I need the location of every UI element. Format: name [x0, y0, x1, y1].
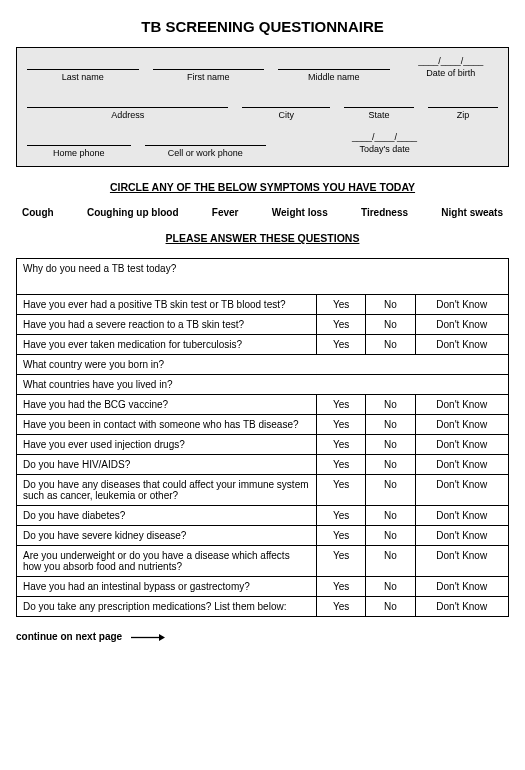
answer-no[interactable]: No	[366, 295, 415, 315]
cell-phone-field[interactable]: Cell or work phone	[145, 132, 266, 158]
answer-yes[interactable]: Yes	[317, 335, 366, 355]
answer-yes[interactable]: Yes	[317, 597, 366, 617]
symptom-cough[interactable]: Cough	[22, 207, 54, 218]
today-value: ____/____/____	[352, 132, 417, 142]
city-field[interactable]: City	[242, 94, 330, 120]
answer-dont-know[interactable]: Don't Know	[415, 526, 509, 546]
answer-yes[interactable]: Yes	[317, 506, 366, 526]
table-row: Have you had the BCG vaccine?YesNoDon't …	[17, 395, 509, 415]
answer-yes[interactable]: Yes	[317, 526, 366, 546]
table-row: Do you have severe kidney disease?YesNoD…	[17, 526, 509, 546]
symptom-weight-loss[interactable]: Weight loss	[272, 207, 328, 218]
answer-no[interactable]: No	[366, 395, 415, 415]
page-title: TB SCREENING QUESTIONNAIRE	[16, 18, 509, 35]
question-cell: Have you had a severe reaction to a TB s…	[17, 315, 317, 335]
answer-yes[interactable]: Yes	[317, 435, 366, 455]
answer-yes[interactable]: Yes	[317, 415, 366, 435]
question-cell: Are you underweight or do you have a dis…	[17, 546, 317, 577]
table-row: Why do you need a TB test today?	[17, 259, 509, 295]
question-cell: Have you ever used injection drugs?	[17, 435, 317, 455]
state-label: State	[368, 110, 389, 120]
first-name-label: First name	[187, 72, 230, 82]
answer-dont-know[interactable]: Don't Know	[415, 395, 509, 415]
symptom-coughing-blood[interactable]: Coughing up blood	[87, 207, 179, 218]
table-row: Do you have any diseases that could affe…	[17, 475, 509, 506]
answer-dont-know[interactable]: Don't Know	[415, 415, 509, 435]
continue-note: continue on next page	[16, 631, 509, 643]
answer-no[interactable]: No	[366, 315, 415, 335]
middle-name-label: Middle name	[308, 72, 360, 82]
answer-yes[interactable]: Yes	[317, 315, 366, 335]
answer-dont-know[interactable]: Don't Know	[415, 546, 509, 577]
address-label: Address	[111, 110, 144, 120]
city-label: City	[278, 110, 294, 120]
answer-no[interactable]: No	[366, 415, 415, 435]
answer-no[interactable]: No	[366, 546, 415, 577]
table-row: Have you ever had a positive TB skin tes…	[17, 295, 509, 315]
table-row: Are you underweight or do you have a dis…	[17, 546, 509, 577]
symptoms-row: Cough Coughing up blood Fever Weight los…	[16, 207, 509, 218]
home-phone-field[interactable]: Home phone	[27, 132, 131, 158]
answer-yes[interactable]: Yes	[317, 395, 366, 415]
question-cell: Have you had the BCG vaccine?	[17, 395, 317, 415]
answer-yes[interactable]: Yes	[317, 577, 366, 597]
last-name-field[interactable]: Last name	[27, 56, 139, 82]
answer-yes[interactable]: Yes	[317, 455, 366, 475]
zip-field[interactable]: Zip	[428, 94, 498, 120]
question-cell: Do you take any prescription medications…	[17, 597, 317, 617]
table-row: What country were you born in?	[17, 355, 509, 375]
answer-no[interactable]: No	[366, 455, 415, 475]
cell-phone-label: Cell or work phone	[168, 148, 243, 158]
answer-no[interactable]: No	[366, 506, 415, 526]
symptom-fever[interactable]: Fever	[212, 207, 239, 218]
table-row: Have you had a severe reaction to a TB s…	[17, 315, 509, 335]
question-cell[interactable]: What country were you born in?	[17, 355, 509, 375]
symptoms-heading: CIRCLE ANY OF THE BELOW SYMPTOMS YOU HAV…	[16, 181, 509, 193]
question-cell: Do you have severe kidney disease?	[17, 526, 317, 546]
dob-value: ____/____/____	[418, 56, 483, 66]
question-cell: Do you have HIV/AIDS?	[17, 455, 317, 475]
answer-dont-know[interactable]: Don't Know	[415, 455, 509, 475]
today-date-field[interactable]: ____/____/____ Today's date	[337, 132, 432, 158]
question-cell: Have you been in contact with someone wh…	[17, 415, 317, 435]
dob-field[interactable]: ____/____/____ Date of birth	[404, 56, 498, 82]
home-phone-label: Home phone	[53, 148, 105, 158]
answer-dont-know[interactable]: Don't Know	[415, 577, 509, 597]
answer-no[interactable]: No	[366, 526, 415, 546]
svg-marker-1	[159, 634, 165, 641]
address-field[interactable]: Address	[27, 94, 228, 120]
first-name-field[interactable]: First name	[153, 56, 265, 82]
answer-no[interactable]: No	[366, 475, 415, 506]
last-name-label: Last name	[62, 72, 104, 82]
question-cell: Have you had an intestinal bypass or gas…	[17, 577, 317, 597]
answer-dont-know[interactable]: Don't Know	[415, 335, 509, 355]
table-row: Have you been in contact with someone wh…	[17, 415, 509, 435]
zip-label: Zip	[457, 110, 470, 120]
symptom-night-sweats[interactable]: Night sweats	[441, 207, 503, 218]
answer-dont-know[interactable]: Don't Know	[415, 315, 509, 335]
middle-name-field[interactable]: Middle name	[278, 56, 390, 82]
symptom-tiredness[interactable]: Tiredness	[361, 207, 408, 218]
answer-no[interactable]: No	[366, 597, 415, 617]
answer-yes[interactable]: Yes	[317, 546, 366, 577]
table-row: Do you have diabetes?YesNoDon't Know	[17, 506, 509, 526]
answer-dont-know[interactable]: Don't Know	[415, 295, 509, 315]
answer-dont-know[interactable]: Don't Know	[415, 435, 509, 455]
table-row: Have you had an intestinal bypass or gas…	[17, 577, 509, 597]
question-cell[interactable]: What countries have you lived in?	[17, 375, 509, 395]
answer-no[interactable]: No	[366, 435, 415, 455]
question-cell: Do you have any diseases that could affe…	[17, 475, 317, 506]
state-field[interactable]: State	[344, 94, 414, 120]
table-row: Do you have HIV/AIDS?YesNoDon't Know	[17, 455, 509, 475]
dob-label: Date of birth	[426, 68, 475, 78]
answer-dont-know[interactable]: Don't Know	[415, 597, 509, 617]
question-cell: Have you ever had a positive TB skin tes…	[17, 295, 317, 315]
answer-no[interactable]: No	[366, 335, 415, 355]
answer-dont-know[interactable]: Don't Know	[415, 475, 509, 506]
question-cell[interactable]: Why do you need a TB test today?	[17, 259, 509, 295]
answer-no[interactable]: No	[366, 577, 415, 597]
answer-yes[interactable]: Yes	[317, 295, 366, 315]
answer-dont-know[interactable]: Don't Know	[415, 506, 509, 526]
answer-yes[interactable]: Yes	[317, 475, 366, 506]
table-row: Do you take any prescription medications…	[17, 597, 509, 617]
